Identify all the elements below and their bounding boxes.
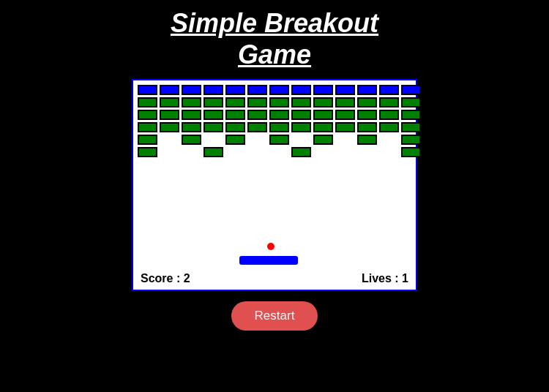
brick [291,97,311,108]
brick [401,135,421,145]
brick [247,122,267,132]
lives-display: Lives : 1 [362,272,408,285]
brick [269,135,289,145]
ball [267,243,274,250]
brick [247,97,267,108]
brick [357,122,377,132]
brick [357,135,377,145]
brick [313,85,333,95]
brick [247,110,267,120]
brick [269,97,289,108]
brick [379,97,399,108]
brick [203,110,223,120]
brick [225,85,245,95]
brick [160,97,179,108]
brick [203,147,223,157]
brick [313,122,333,132]
brick [379,122,399,132]
brick [138,147,157,157]
brick [138,110,157,120]
brick [138,85,157,95]
brick [291,122,311,132]
brick [182,110,201,120]
brick [269,122,289,132]
brick [138,122,157,132]
brick [401,147,421,157]
brick [291,110,311,120]
brick [335,97,355,108]
brick [203,97,223,108]
game-canvas: Score : 2 Lives : 1 [132,79,417,291]
brick [357,85,377,95]
page-title: Simple Breakout Game [171,7,378,70]
brick [313,97,333,108]
brick [182,85,201,95]
brick [203,85,223,95]
brick [291,85,311,95]
brick [401,122,421,132]
brick [357,110,377,120]
brick [401,85,421,95]
brick [357,97,377,108]
brick [225,122,245,132]
brick [160,85,179,95]
brick [335,85,355,95]
score-display: Score : 2 [141,272,190,285]
brick [401,110,421,120]
brick [313,135,333,145]
score-bar: Score : 2 Lives : 1 [141,272,408,285]
brick [291,147,311,157]
brick [225,97,245,108]
brick [335,122,355,132]
brick [313,110,333,120]
brick [379,110,399,120]
paddle [239,256,298,265]
brick [138,135,157,145]
brick [160,110,179,120]
brick [225,110,245,120]
brick [379,85,399,95]
brick [269,85,289,95]
brick [335,110,355,120]
brick [182,122,201,132]
bricks-grid [138,85,421,157]
brick [138,97,157,108]
brick [182,97,201,108]
brick [160,122,179,132]
brick [182,135,201,145]
brick [401,97,421,108]
brick [203,122,223,132]
restart-button[interactable]: Restart [231,301,318,331]
brick [269,110,289,120]
brick [247,85,267,95]
brick [225,135,245,145]
